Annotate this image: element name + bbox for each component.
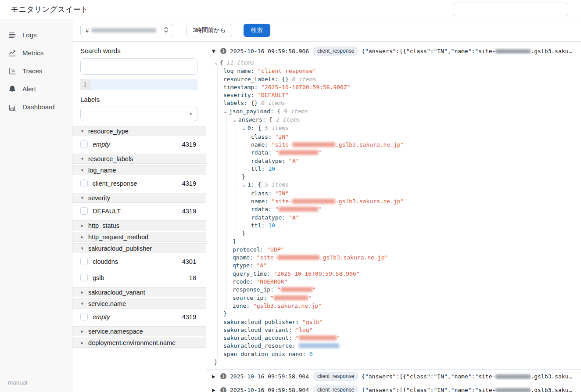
sidebar-item-label: Alert [22,85,36,93]
json-key: class: [251,133,275,140]
facet-header-service-namespace[interactable]: ►service.namespace [72,326,206,336]
json-line: sakuracloud_publisher: "gslb" [212,318,581,326]
triangle-down-icon: ▼ [80,157,84,161]
json-punct: } [242,173,245,180]
log-entry-row[interactable]: ▶i2025-10-16 09:59:58.904client_response… [206,383,581,392]
chevron-down-icon[interactable]: ⌄ [242,181,247,189]
facet-name: service.namespace [88,328,143,335]
facet-name: http_status [88,222,119,229]
sidebar-item-alert[interactable]: Alert [0,80,72,98]
json-string: " [295,334,299,341]
json-line: class: "IN" [212,190,581,198]
json-meta: 0 items [261,100,285,106]
json-meta: 5 items [265,181,289,188]
facet-header-resource-type[interactable]: ▼resource_type [72,126,206,136]
triangle-down-icon[interactable]: ▼ [212,49,218,54]
triangle-right-icon: ► [80,235,84,239]
json-string: "gslb3.sakura.ne.jp" [253,302,322,309]
json-key: labels: [223,100,251,106]
triangle-down-icon: ▼ [80,168,84,173]
search-words-input[interactable] [80,58,197,75]
log-panel: ▼i2025-10-16 09:59:58.906client_response… [206,42,581,392]
info-icon[interactable]: i [220,387,226,392]
labels-select[interactable]: ▾ [80,107,197,121]
json-line: resource_labels: {} 0 items [212,76,581,83]
facet-header-service-name[interactable]: ▼service.name [72,298,206,309]
redacted-text [277,255,319,260]
editor-line[interactable] [90,79,197,90]
json-punct: [ [269,116,276,123]
traces-icon [8,67,17,76]
facet-group: ►service.namespace [72,326,206,336]
checkbox[interactable] [80,180,88,187]
json-line: zone: "gslb3.sakura.ne.jp" [212,302,581,310]
json-line: rdata: "" [212,205,581,213]
triangle-down-icon: ▼ [80,302,84,306]
checkbox[interactable] [80,274,88,281]
facet-name: sakuracloud_variant [88,289,145,296]
facet-header-http-request-method[interactable]: ►http_request_method [72,232,206,242]
info-icon[interactable]: i [220,48,226,54]
triangle-right-icon: ► [80,290,84,295]
json-line: protocol: "UDP" [212,246,581,254]
query-editor[interactable]: 1 [80,79,197,90]
sidebar-item-dashboard[interactable]: Dashboard [0,98,72,116]
json-line: rcode: "NOERROR" [212,278,581,286]
facet-header-resource-labels[interactable]: ▼resource_labels [72,154,206,164]
info-icon[interactable]: i [220,373,226,379]
json-key: 0: [247,125,258,131]
log-entry-row[interactable]: ▶i2025-10-16 09:59:58.904client_response… [206,370,581,383]
checkbox[interactable] [80,207,88,215]
chevron-down-icon[interactable]: ⌄ [233,116,238,124]
json-number: 10 [268,222,275,229]
json-key: answers: [238,116,269,123]
filter-panel: Search words 1 Labels ▾ ▼resource_typeem… [72,42,206,392]
sidebar-item-metrics[interactable]: Metrics [0,44,72,62]
json-number: 0 [309,351,313,357]
sidebar-item-logs[interactable]: Logs [0,26,72,44]
checkbox[interactable] [80,258,88,265]
json-line: ttl: 10 [212,222,581,230]
json-meta: 9 items [284,108,308,115]
facet-header-deployment-environment-name[interactable]: ►deployment.environment.name [72,338,206,348]
json-meta: 0 items [292,76,316,83]
logs-icon [8,31,17,40]
facet-value-row: empty4319 [72,309,206,325]
select-updown-icon [164,26,169,35]
facet-value-count: 4319 [182,208,196,215]
search-button[interactable]: 検索 [244,24,270,37]
sidebar-item-traces[interactable]: Traces [0,62,72,80]
chevron-down-icon[interactable]: ⌄ [214,59,220,67]
json-key: zone: [233,302,253,309]
facet-header-sakuracloud-variant[interactable]: ►sakuracloud_variant [72,287,206,297]
redacted-text [279,150,318,155]
chevron-down-icon[interactable]: ⌄ [242,125,247,133]
triangle-right-icon[interactable]: ▶ [212,374,218,379]
facet-value-label: empty [93,313,110,320]
checkbox[interactable] [80,313,88,320]
json-line: } [212,310,581,318]
facet-header-sakuracloud-publisher[interactable]: ▼sakuracloud_publisher [72,243,206,253]
checkbox[interactable] [80,140,88,148]
triangle-right-icon[interactable]: ▶ [212,388,218,392]
chevron-down-icon[interactable]: ⌄ [223,108,229,116]
json-key: rdata: [251,149,275,156]
facet-name: service.name [88,300,126,307]
manual-link[interactable]: manual [0,379,72,392]
target-select[interactable]: # [80,24,173,37]
json-line: ⌄1: { 5 items [212,181,581,189]
log-entry-row[interactable]: ▼i2025-10-16 09:59:58.906client_response… [206,44,581,58]
facet-header-log-name[interactable]: ▼log_name [72,165,206,175]
facet-header-http-status[interactable]: ►http_status [72,220,206,230]
facet-header-severity[interactable]: ▼severity [72,193,206,203]
alert-icon [8,85,17,94]
facet-name: resource_type [88,128,129,135]
facet-value-count: 4319 [182,141,196,148]
json-line: severity: "DEFAULT" [212,91,581,99]
time-range-button[interactable]: 3時間前から [186,24,232,37]
json-string: .gslb3.sakura.ne.jp" [319,254,388,261]
header-search-input[interactable] [453,3,568,16]
json-key: qtype: [233,262,257,269]
toolbar: # 3時間前から 検索 [72,19,581,42]
json-string: "A" [289,158,299,164]
